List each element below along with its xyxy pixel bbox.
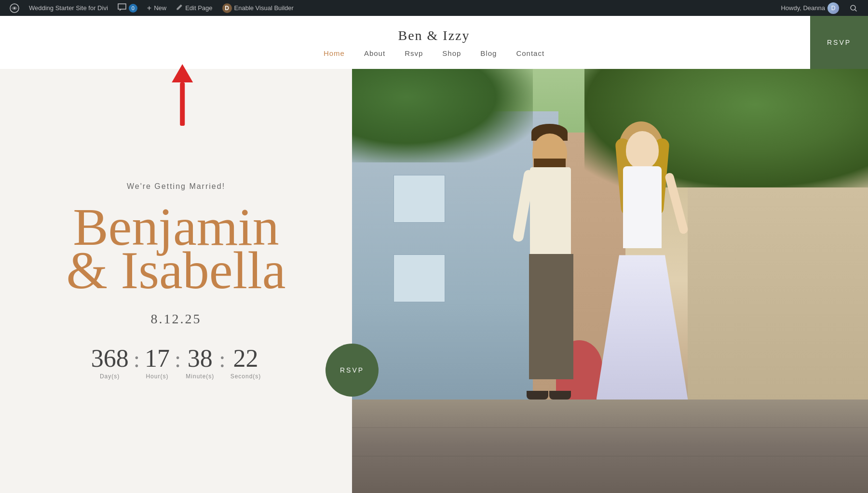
subtitle: We're Getting Married! — [127, 182, 225, 191]
name-line2: & Isabella — [66, 244, 285, 297]
site-header: Ben & Izzy Home About Rsvp Shop Blog Con… — [0, 16, 868, 69]
admin-bar: Wedding Starter Site for Divi 0 + New Ed… — [0, 0, 868, 16]
wordpress-icon — [10, 3, 19, 13]
countdown-minutes: 38 Minute(s) — [186, 346, 214, 380]
comments-item[interactable]: 0 — [113, 0, 142, 16]
countdown-days: 368 Day(s) — [91, 346, 129, 380]
rsvp-circle-label: RSVP — [340, 366, 364, 374]
days-label: Day(s) — [100, 373, 120, 380]
main-nav: Home About Rsvp Shop Blog Contact — [324, 49, 544, 57]
site-name-label: Wedding Starter Site for Divi — [29, 4, 108, 12]
hours-label: Hour(s) — [146, 373, 168, 380]
nav-home[interactable]: Home — [324, 49, 345, 57]
nav-about[interactable]: About — [364, 49, 385, 57]
sep-1: : — [134, 346, 140, 371]
search-icon — [849, 3, 858, 13]
sep-2: : — [175, 346, 181, 371]
hours-value: 17 — [145, 346, 170, 371]
main-content: We're Getting Married! Benjamin & Isabel… — [0, 69, 868, 493]
street-scene-bg — [352, 69, 868, 493]
comment-icon — [118, 3, 126, 13]
woman-figure — [589, 124, 695, 400]
couple-figures — [499, 124, 701, 400]
rsvp-header-button[interactable]: RSVP — [810, 16, 868, 69]
nav-shop[interactable]: Shop — [442, 49, 461, 57]
minutes-value: 38 — [188, 346, 213, 371]
seconds-label: Second(s) — [231, 373, 261, 380]
comments-count: 0 — [129, 4, 137, 13]
minutes-label: Minute(s) — [186, 373, 214, 380]
arrow-indicator — [172, 64, 193, 126]
search-item[interactable] — [844, 3, 863, 13]
edit-page-label: Edit Page — [185, 4, 212, 12]
sep-3: : — [219, 346, 225, 371]
user-avatar: D — [827, 2, 839, 14]
days-value: 368 — [91, 346, 129, 371]
howdy-item[interactable]: Howdy, Deanna D — [776, 2, 844, 14]
countdown-hours: 17 Hour(s) — [145, 346, 170, 380]
howdy-label: Howdy, Deanna — [781, 4, 825, 12]
site-name-item[interactable]: Wedding Starter Site for Divi — [24, 0, 113, 16]
wp-logo[interactable] — [5, 0, 24, 16]
left-panel: We're Getting Married! Benjamin & Isabel… — [0, 69, 352, 493]
site-title: Ben & Izzy — [398, 28, 470, 43]
countdown: 368 Day(s) : 17 Hour(s) : 38 Minute(s) :… — [91, 346, 261, 380]
seconds-value: 22 — [233, 346, 258, 371]
arrow-head — [172, 64, 193, 82]
enable-visual-builder-button[interactable]: Enable Visual Builder — [234, 4, 294, 12]
new-item[interactable]: + New — [142, 0, 171, 16]
rsvp-header-label: RSVP — [827, 39, 851, 46]
rsvp-circle-button[interactable]: RSVP — [326, 344, 379, 397]
hero-photo — [352, 69, 868, 493]
arrow-shaft — [180, 82, 185, 126]
cobblestones — [352, 400, 868, 493]
svg-point-1 — [14, 7, 15, 9]
edit-page-item[interactable]: Edit Page — [171, 0, 217, 16]
nav-contact[interactable]: Contact — [516, 49, 544, 57]
nav-rsvp[interactable]: Rsvp — [405, 49, 423, 57]
wedding-date: 8.12.25 — [151, 311, 202, 327]
countdown-seconds: 22 Second(s) — [231, 346, 261, 380]
admin-bar-right: Howdy, Deanna D — [776, 2, 863, 14]
divi-icon: D — [222, 3, 232, 13]
new-label: New — [154, 4, 166, 12]
nav-blog[interactable]: Blog — [480, 49, 497, 57]
man-figure — [505, 124, 599, 400]
divi-item[interactable]: D Enable Visual Builder — [217, 0, 298, 16]
pencil-icon — [176, 4, 183, 12]
plus-icon: + — [147, 4, 151, 13]
